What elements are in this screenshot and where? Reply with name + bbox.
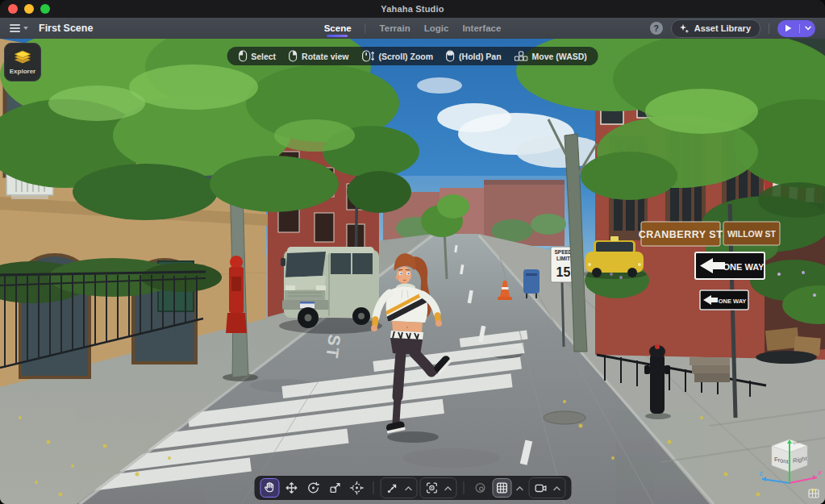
toolbar-divider (463, 481, 464, 494)
van[interactable] (279, 247, 382, 334)
willow-sign-text: WILLOW ST (727, 229, 777, 239)
mouse-right-icon (289, 50, 298, 62)
scene-canvas[interactable]: ST (0, 39, 825, 504)
z-axis-label: Z (759, 470, 763, 477)
macos-titlebar: Yahaha Studio (0, 0, 825, 18)
path-snap-group (380, 477, 417, 498)
transform-tool[interactable] (347, 478, 366, 498)
tab-scene[interactable]: Scene (324, 18, 352, 39)
toolbar-divider (769, 23, 769, 34)
tab-interface[interactable]: Interface (462, 18, 501, 39)
hint-rotate-label: Rotate view (302, 52, 348, 61)
hand-icon (262, 481, 277, 495)
viewport-hint-bar: Select Rotate view (Scroll) Zoom (227, 47, 598, 65)
play-icon (785, 24, 792, 32)
mouse-hold-icon (446, 50, 455, 62)
hint-select-label: Select (251, 52, 276, 61)
chevron-down-icon (805, 26, 811, 31)
hint-select: Select (238, 50, 276, 62)
hint-pan-label: (Hold) Pan (459, 52, 502, 61)
chevron-down-icon (23, 27, 29, 31)
grid-tool[interactable] (492, 478, 511, 498)
toolbar-right-group: ? Asset Library (650, 19, 815, 38)
x-axis-label: X (818, 469, 823, 477)
tab-terrain[interactable]: Terrain (380, 18, 410, 39)
willow-street-sign[interactable]: WILLOW ST (723, 222, 780, 245)
window-controls (8, 4, 50, 14)
hint-move: Move (WASD) (515, 51, 587, 61)
app-toolbar: First Scene Scene Terrain Logic Interfac… (0, 18, 825, 39)
scene-title: First Scene (39, 23, 93, 34)
play-options-button[interactable] (800, 20, 815, 37)
window-title: Yahaha Studio (381, 4, 444, 14)
play-split-button (777, 20, 815, 37)
focus-options-button[interactable] (442, 478, 454, 498)
tab-divider (365, 23, 366, 33)
speed-limit-top-text: SPEED (554, 249, 572, 255)
camera-tool[interactable] (531, 478, 550, 498)
app-window: Yahaha Studio First Scene Scene Terrain … (0, 0, 825, 504)
viewport-3d[interactable]: ST (0, 39, 825, 504)
move-arrows-icon (284, 481, 298, 495)
help-button[interactable]: ? (650, 22, 663, 35)
view-cube-gizmo[interactable]: Z X Front Right Top (756, 433, 823, 498)
asset-library-button[interactable]: Asset Library (671, 19, 760, 38)
one-way-small-text: ONE WAY (719, 298, 747, 305)
main-menu-button[interactable] (10, 24, 29, 32)
sparkle-plus-icon (679, 23, 690, 34)
cranberry-street-sign[interactable]: CRANBERRY ST (639, 222, 723, 246)
focus-brackets-icon (424, 481, 439, 495)
transform-gizmo-icon (349, 481, 364, 495)
asset-library-label: Asset Library (694, 23, 751, 33)
explorer-panel-button[interactable]: Explorer (4, 43, 41, 81)
speed-limit-mid-text: LIMIT (556, 256, 570, 261)
chevron-up-icon (444, 485, 452, 491)
chevron-up-icon (405, 485, 413, 491)
path-arrow-icon (385, 481, 399, 495)
viewport-bottom-toolbar (254, 476, 571, 500)
one-way-sign-small[interactable]: ONE WAY (700, 290, 748, 310)
close-window-button[interactable] (8, 4, 18, 14)
chevron-up-icon (516, 485, 524, 491)
scale-tool[interactable] (325, 478, 344, 498)
hint-zoom: (Scroll) Zoom (361, 50, 433, 62)
tab-logic[interactable]: Logic (424, 18, 449, 39)
explorer-label: Explorer (10, 68, 35, 75)
hint-pan: (Hold) Pan (446, 50, 502, 62)
layers-stack-icon (14, 50, 31, 65)
hint-rotate-view: Rotate view (289, 50, 348, 62)
minimize-window-button[interactable] (24, 4, 34, 14)
chevron-up-icon (553, 485, 561, 491)
hint-zoom-label: (Scroll) Zoom (378, 52, 433, 61)
rotate-tool[interactable] (303, 478, 323, 498)
rotate-icon (306, 481, 320, 495)
zoom-window-button[interactable] (40, 4, 50, 14)
grid-icon (494, 481, 509, 495)
grid-options-button[interactable] (514, 478, 526, 498)
one-way-large-text: ONE WAY (723, 262, 765, 272)
mode-tabs: Scene Terrain Logic Interface (324, 18, 502, 39)
path-snap-tool[interactable] (382, 478, 402, 498)
focus-group (419, 477, 456, 498)
video-camera-icon (533, 481, 548, 495)
play-button[interactable] (777, 20, 799, 37)
mouse-scroll-icon (361, 50, 374, 62)
one-way-sign-large[interactable]: ONE WAY (695, 252, 765, 279)
panel-layout-toggle-button[interactable] (808, 489, 819, 498)
camera-options-button[interactable] (551, 478, 563, 498)
hint-move-label: Move (WASD) (532, 52, 587, 61)
mouse-left-icon (238, 50, 247, 62)
hamburger-icon (10, 24, 20, 32)
sphere-icon (473, 481, 487, 495)
scale-icon (327, 481, 342, 495)
pan-hand-tool[interactable] (260, 478, 279, 498)
speed-limit-value-text: 15 (556, 265, 571, 279)
path-snap-options-button[interactable] (402, 478, 415, 498)
move-tool[interactable] (281, 478, 301, 498)
focus-tool[interactable] (422, 478, 441, 498)
wasd-keys-icon (515, 51, 528, 61)
cranberry-sign-text: CRANBERRY ST (639, 229, 723, 240)
camera-group (528, 477, 565, 498)
sphere-tool[interactable] (470, 478, 490, 498)
toolbar-divider (373, 481, 373, 494)
